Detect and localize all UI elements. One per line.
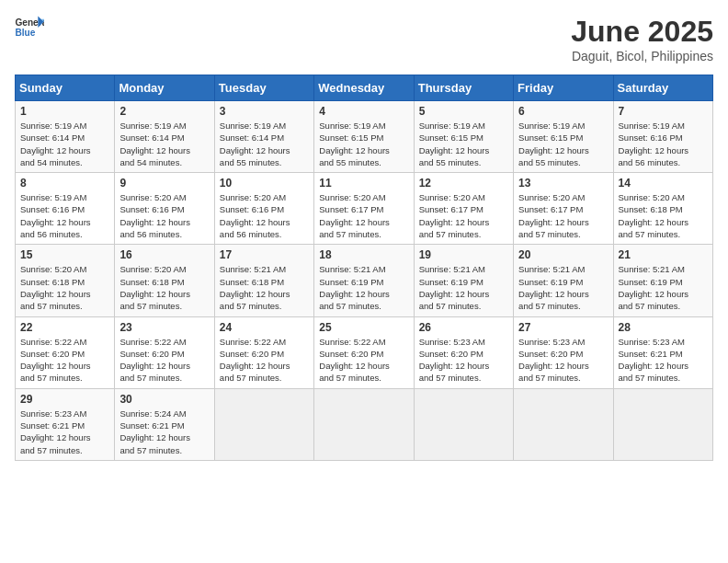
calendar-week-row: 15 Sunrise: 5:20 AMSunset: 6:18 PMDaylig… — [16, 245, 713, 316]
day-detail: Sunrise: 5:23 AMSunset: 6:20 PMDaylight:… — [419, 337, 490, 384]
day-detail: Sunrise: 5:20 AMSunset: 6:18 PMDaylight:… — [119, 264, 190, 311]
day-detail: Sunrise: 5:22 AMSunset: 6:20 PMDaylight:… — [119, 337, 190, 384]
day-number: 11 — [319, 177, 408, 190]
day-detail: Sunrise: 5:20 AMSunset: 6:17 PMDaylight:… — [419, 192, 490, 239]
logo-icon: General Blue — [15, 15, 44, 40]
day-detail: Sunrise: 5:23 AMSunset: 6:21 PMDaylight:… — [619, 337, 689, 384]
day-detail: Sunrise: 5:19 AMSunset: 6:14 PMDaylight:… — [220, 121, 290, 167]
day-detail: Sunrise: 5:23 AMSunset: 6:21 PMDaylight:… — [20, 408, 91, 455]
table-row: 15 Sunrise: 5:20 AMSunset: 6:18 PMDaylig… — [16, 245, 115, 316]
table-row: 1 Sunrise: 5:19 AMSunset: 6:14 PMDayligh… — [16, 101, 115, 173]
day-number: 10 — [220, 177, 309, 190]
calendar-subtitle: Daguit, Bicol, Philippines — [571, 49, 713, 63]
day-number: 15 — [20, 248, 109, 261]
table-row: 22 Sunrise: 5:22 AMSunset: 6:20 PMDaylig… — [16, 316, 115, 388]
table-row — [414, 388, 513, 460]
table-row: 7 Sunrise: 5:19 AMSunset: 6:16 PMDayligh… — [613, 101, 712, 173]
day-detail: Sunrise: 5:20 AMSunset: 6:17 PMDaylight:… — [518, 192, 589, 239]
calendar-header-row: Sunday Monday Tuesday Wednesday Thursday… — [16, 75, 713, 101]
day-detail: Sunrise: 5:20 AMSunset: 6:17 PMDaylight:… — [319, 192, 390, 239]
day-detail: Sunrise: 5:20 AMSunset: 6:16 PMDaylight:… — [220, 192, 290, 239]
day-detail: Sunrise: 5:20 AMSunset: 6:16 PMDaylight:… — [119, 192, 190, 239]
day-number: 7 — [619, 105, 708, 118]
day-number: 22 — [20, 321, 109, 334]
day-detail: Sunrise: 5:20 AMSunset: 6:18 PMDaylight:… — [20, 264, 91, 311]
table-row: 30 Sunrise: 5:24 AMSunset: 6:21 PMDaylig… — [115, 388, 214, 460]
table-row — [214, 388, 313, 460]
table-row: 5 Sunrise: 5:19 AMSunset: 6:15 PMDayligh… — [414, 101, 513, 173]
day-number: 3 — [220, 105, 309, 118]
table-row: 18 Sunrise: 5:21 AMSunset: 6:19 PMDaylig… — [314, 245, 414, 316]
day-number: 26 — [419, 321, 508, 334]
day-number: 21 — [619, 248, 708, 261]
day-number: 5 — [419, 105, 508, 118]
day-detail: Sunrise: 5:21 AMSunset: 6:18 PMDaylight:… — [220, 264, 290, 311]
table-row: 10 Sunrise: 5:20 AMSunset: 6:16 PMDaylig… — [214, 173, 313, 245]
day-number: 19 — [419, 248, 508, 261]
table-row: 8 Sunrise: 5:19 AMSunset: 6:16 PMDayligh… — [16, 173, 115, 245]
day-number: 14 — [619, 177, 708, 190]
table-row: 24 Sunrise: 5:22 AMSunset: 6:20 PMDaylig… — [214, 316, 313, 388]
day-number: 18 — [319, 248, 408, 261]
table-row — [314, 388, 414, 460]
day-detail: Sunrise: 5:19 AMSunset: 6:16 PMDaylight:… — [619, 121, 689, 167]
col-tuesday: Tuesday — [214, 75, 313, 101]
title-block: June 2025 Daguit, Bicol, Philippines — [571, 15, 713, 63]
table-row: 9 Sunrise: 5:20 AMSunset: 6:16 PMDayligh… — [115, 173, 214, 245]
table-row: 25 Sunrise: 5:22 AMSunset: 6:20 PMDaylig… — [314, 316, 414, 388]
col-sunday: Sunday — [16, 75, 115, 101]
calendar-table: Sunday Monday Tuesday Wednesday Thursday… — [15, 75, 713, 461]
table-row — [514, 388, 613, 460]
calendar-title: June 2025 — [571, 15, 713, 49]
day-detail: Sunrise: 5:21 AMSunset: 6:19 PMDaylight:… — [619, 264, 689, 311]
day-detail: Sunrise: 5:21 AMSunset: 6:19 PMDaylight:… — [419, 264, 490, 311]
day-detail: Sunrise: 5:19 AMSunset: 6:15 PMDaylight:… — [518, 121, 589, 167]
table-row — [613, 388, 712, 460]
day-detail: Sunrise: 5:24 AMSunset: 6:21 PMDaylight:… — [119, 408, 190, 455]
table-row: 17 Sunrise: 5:21 AMSunset: 6:18 PMDaylig… — [214, 245, 313, 316]
table-row: 29 Sunrise: 5:23 AMSunset: 6:21 PMDaylig… — [16, 388, 115, 460]
table-row: 16 Sunrise: 5:20 AMSunset: 6:18 PMDaylig… — [115, 245, 214, 316]
day-number: 12 — [419, 177, 508, 190]
page-header: General Blue June 2025 Daguit, Bicol, Ph… — [15, 15, 713, 63]
logo: General Blue — [15, 15, 44, 40]
table-row: 12 Sunrise: 5:20 AMSunset: 6:17 PMDaylig… — [414, 173, 513, 245]
table-row: 6 Sunrise: 5:19 AMSunset: 6:15 PMDayligh… — [514, 101, 613, 173]
day-number: 4 — [319, 105, 408, 118]
day-detail: Sunrise: 5:23 AMSunset: 6:20 PMDaylight:… — [518, 337, 589, 384]
calendar-week-row: 22 Sunrise: 5:22 AMSunset: 6:20 PMDaylig… — [16, 316, 713, 388]
day-detail: Sunrise: 5:22 AMSunset: 6:20 PMDaylight:… — [319, 337, 390, 384]
table-row: 28 Sunrise: 5:23 AMSunset: 6:21 PMDaylig… — [613, 316, 712, 388]
day-detail: Sunrise: 5:22 AMSunset: 6:20 PMDaylight:… — [220, 337, 290, 384]
table-row: 14 Sunrise: 5:20 AMSunset: 6:18 PMDaylig… — [613, 173, 712, 245]
day-number: 2 — [119, 105, 209, 118]
col-saturday: Saturday — [613, 75, 712, 101]
day-detail: Sunrise: 5:20 AMSunset: 6:18 PMDaylight:… — [619, 192, 689, 239]
table-row: 23 Sunrise: 5:22 AMSunset: 6:20 PMDaylig… — [115, 316, 214, 388]
table-row: 20 Sunrise: 5:21 AMSunset: 6:19 PMDaylig… — [514, 245, 613, 316]
table-row: 21 Sunrise: 5:21 AMSunset: 6:19 PMDaylig… — [613, 245, 712, 316]
table-row: 11 Sunrise: 5:20 AMSunset: 6:17 PMDaylig… — [314, 173, 414, 245]
col-thursday: Thursday — [414, 75, 513, 101]
day-detail: Sunrise: 5:22 AMSunset: 6:20 PMDaylight:… — [20, 337, 91, 384]
table-row: 27 Sunrise: 5:23 AMSunset: 6:20 PMDaylig… — [514, 316, 613, 388]
table-row: 4 Sunrise: 5:19 AMSunset: 6:15 PMDayligh… — [314, 101, 414, 173]
day-number: 27 — [518, 321, 608, 334]
day-number: 30 — [119, 393, 209, 406]
day-number: 28 — [619, 321, 708, 334]
day-number: 17 — [220, 248, 309, 261]
calendar-week-row: 1 Sunrise: 5:19 AMSunset: 6:14 PMDayligh… — [16, 101, 713, 173]
day-detail: Sunrise: 5:19 AMSunset: 6:15 PMDaylight:… — [419, 121, 490, 167]
day-number: 8 — [20, 177, 109, 190]
table-row: 19 Sunrise: 5:21 AMSunset: 6:19 PMDaylig… — [414, 245, 513, 316]
day-detail: Sunrise: 5:19 AMSunset: 6:14 PMDaylight:… — [20, 121, 91, 167]
day-number: 16 — [119, 248, 209, 261]
day-detail: Sunrise: 5:19 AMSunset: 6:16 PMDaylight:… — [20, 192, 91, 239]
svg-text:Blue: Blue — [15, 28, 35, 38]
table-row: 26 Sunrise: 5:23 AMSunset: 6:20 PMDaylig… — [414, 316, 513, 388]
day-detail: Sunrise: 5:21 AMSunset: 6:19 PMDaylight:… — [319, 264, 390, 311]
day-number: 23 — [119, 321, 209, 334]
calendar-week-row: 29 Sunrise: 5:23 AMSunset: 6:21 PMDaylig… — [16, 388, 713, 460]
calendar-week-row: 8 Sunrise: 5:19 AMSunset: 6:16 PMDayligh… — [16, 173, 713, 245]
day-number: 13 — [518, 177, 608, 190]
